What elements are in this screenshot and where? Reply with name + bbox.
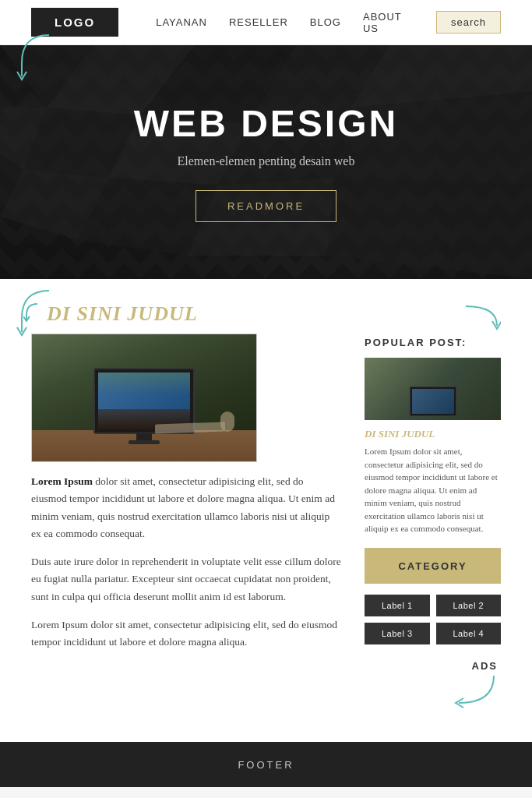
arrow-top-left-icon (14, 31, 61, 86)
main-content: DI SINI JUDUL (0, 279, 532, 742)
tag-label1[interactable]: Label 1 (365, 595, 430, 616)
nav-reseller[interactable]: RESELLER (229, 16, 288, 28)
arrow-ads-icon (451, 672, 498, 711)
arrow-left-section-icon (14, 287, 61, 341)
popular-post-title: POPULAR POST: (365, 337, 501, 348)
left-column: DI SINI JUDUL (31, 302, 365, 711)
ads-section: ADS (365, 660, 501, 711)
article-body: Lorem Ipsum dolor sit amet, consectetur … (31, 473, 341, 651)
ads-label: ADS (365, 660, 498, 672)
footer-label: FOOTER (238, 759, 294, 771)
popular-image (365, 358, 501, 420)
tag-label3[interactable]: Label 3 (365, 623, 430, 644)
nav-layanan[interactable]: LAYANAN (156, 16, 207, 28)
navbar: LOGO LAYANAN RESELLER BLOG ABOUT US sear… (0, 0, 532, 45)
popular-post-body: Lorem Ipsum dolor sit amet, consectetur … (365, 445, 501, 535)
arrow-right-popular-icon (462, 302, 501, 334)
tag-label2[interactable]: Label 2 (436, 595, 502, 616)
hero-subtitle: Elemen-elemen penting desain web (178, 154, 355, 168)
tags-grid: Label 1 Label 2 Label 3 Label 4 (365, 595, 501, 644)
footer: FOOTER (0, 742, 532, 787)
article-image (31, 334, 257, 462)
search-button[interactable]: search (436, 11, 501, 34)
section-title: DI SINI JUDUL (47, 302, 198, 326)
hero-section: WEB DESIGN Elemen-elemen penting desain … (0, 45, 532, 279)
hero-banner: WEB DESIGN Elemen-elemen penting desain … (0, 45, 532, 279)
tag-label4[interactable]: Label 4 (436, 623, 502, 644)
right-column: POPULAR POST: DI SINI JUDUL Lorem Ipsum … (365, 302, 501, 711)
category-label: CATEGORY (398, 560, 467, 572)
hero-title: WEB DESIGN (134, 102, 398, 145)
nav-about[interactable]: ABOUT US (363, 11, 414, 34)
nav-blog[interactable]: BLOG (310, 16, 341, 28)
readmore-button[interactable]: READMORE (196, 190, 336, 222)
popular-post-heading: DI SINI JUDUL (365, 428, 501, 440)
category-box: CATEGORY (365, 548, 501, 584)
svg-marker-14 (327, 178, 532, 279)
